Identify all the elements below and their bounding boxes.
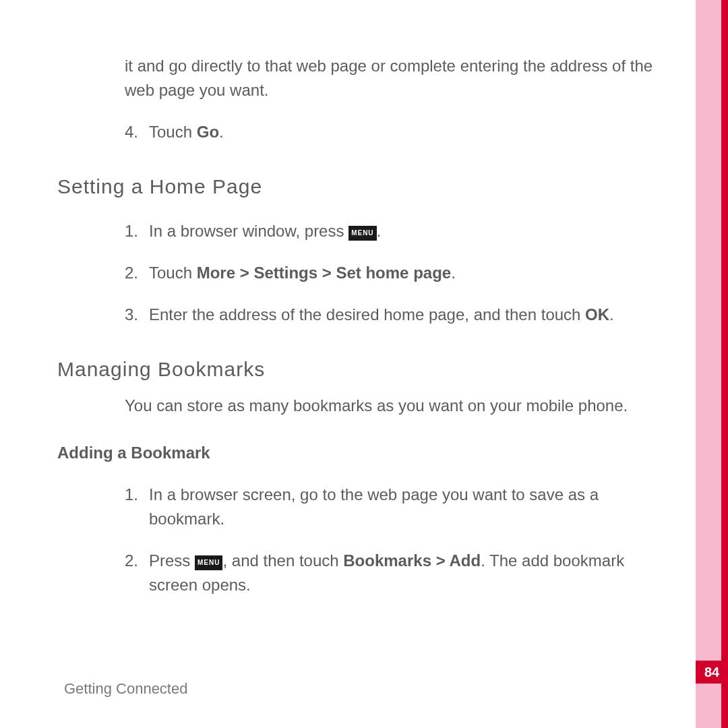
menu-path-set-home-page: More > Settings > Set home page [197, 264, 451, 282]
side-stripe-red [721, 0, 728, 728]
page-content: it and go directly to that web page or c… [0, 0, 688, 628]
menu-path-bookmarks-add: Bookmarks > Add [343, 551, 481, 570]
continuation-paragraph: it and go directly to that web page or c… [125, 54, 667, 102]
step-text: Touch More > Settings > Set home page. [149, 261, 667, 285]
step-text-prefix: Touch [149, 264, 197, 282]
heading-adding-bookmark: Adding a Bookmark [57, 441, 674, 465]
footer-chapter-title: Getting Connected [64, 680, 187, 698]
step-text: Enter the address of the desired home pa… [149, 303, 667, 327]
page-number-tab: 84 [696, 661, 728, 684]
step-number: 2. [125, 549, 149, 597]
step-text-prefix: In a browser window, press [149, 222, 348, 240]
step-text-suffix: . [451, 264, 456, 282]
step-text-prefix: Touch [149, 123, 197, 141]
menu-key-icon: MENU [195, 555, 222, 570]
step-touch-go: 4. Touch Go. [125, 120, 667, 144]
homepage-step-1: 1. In a browser window, press MENU. [125, 219, 667, 243]
step-text: Press MENU, and then touch Bookmarks > A… [149, 549, 667, 597]
step-number: 1. [125, 219, 149, 243]
step-text: Touch Go. [149, 120, 667, 144]
step-text-prefix: Enter the address of the desired home pa… [149, 305, 585, 324]
ok-label: OK [585, 305, 609, 324]
step-number: 1. [125, 483, 149, 531]
step-number: 3. [125, 303, 149, 327]
step-text: In a browser screen, go to the web page … [149, 483, 667, 531]
heading-setting-home-page: Setting a Home Page [57, 171, 674, 202]
step-number: 4. [125, 120, 149, 144]
bookmark-step-2: 2. Press MENU, and then touch Bookmarks … [125, 549, 667, 597]
step-number: 2. [125, 261, 149, 285]
menu-key-icon: MENU [348, 226, 376, 241]
step-text-prefix: Press [149, 551, 195, 570]
step-text: In a browser window, press MENU. [149, 219, 667, 243]
go-label: Go [197, 123, 219, 141]
manual-page: 84 it and go directly to that web page o… [0, 0, 728, 728]
step-text-mid: , and then touch [222, 551, 343, 570]
bookmarks-intro: You can store as many bookmarks as you w… [125, 394, 667, 418]
homepage-step-3: 3. Enter the address of the desired home… [125, 303, 667, 327]
heading-managing-bookmarks: Managing Bookmarks [57, 354, 674, 384]
step-text-suffix: . [609, 305, 614, 324]
step-text-suffix: . [219, 123, 224, 141]
bookmark-step-1: 1. In a browser screen, go to the web pa… [125, 483, 667, 531]
homepage-step-2: 2. Touch More > Settings > Set home page… [125, 261, 667, 285]
side-stripe-pink [696, 0, 721, 728]
step-text-suffix: . [377, 222, 382, 240]
